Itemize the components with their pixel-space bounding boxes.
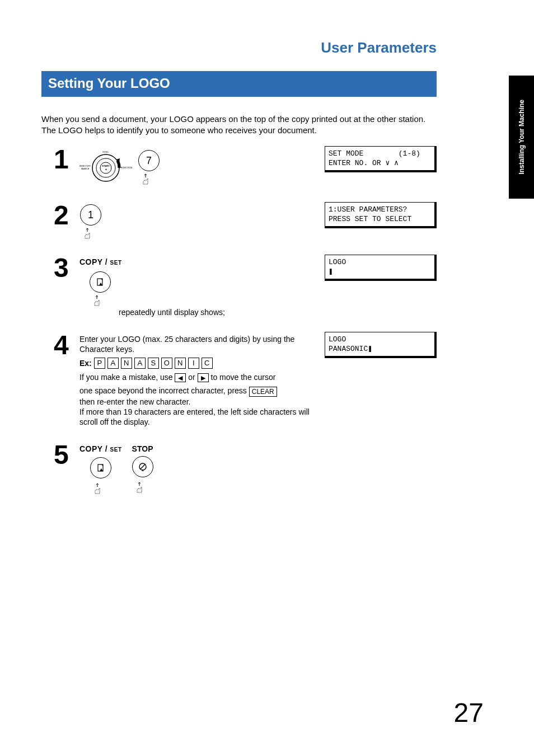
step-number: 5 — [41, 442, 79, 468]
section-heading: Setting Your LOGO — [41, 71, 437, 97]
set-text: SET — [110, 447, 122, 453]
lcd-wrap: SET MODE (1-8) ENTER NO. OR ∨ ∧ — [325, 146, 437, 172]
copyset-col: COPY / SET — [79, 444, 122, 495]
text-frag: If you make a mistake, use — [79, 373, 175, 382]
step-body: Enter your LOGO (max. 25 characters and … — [79, 332, 313, 427]
text-frag: to move the cursor — [211, 373, 276, 382]
step-2: 2 1 1:USER PARAMETERS? PRESS SET TO SELE… — [41, 202, 437, 240]
step-number: 1 — [41, 146, 79, 173]
key-1-label: 1 — [88, 210, 93, 220]
copy-text: COPY / — [79, 444, 107, 453]
dial-and-key: START ✦ SYNC. DIRECTORY SEARCH FUNCTION … — [79, 148, 313, 187]
step-1: 1 START ✦ SYNC. DIRECTORY SEARCH FUNCTIO… — [41, 146, 437, 187]
step-number: 3 — [41, 255, 79, 281]
press-icon — [136, 481, 149, 494]
side-tab: Installing Your Machine — [509, 76, 534, 199]
copyset-label: COPY / SET — [79, 444, 122, 455]
copyset-block: COPY / SET — [79, 257, 313, 317]
s4-line5: If more than 19 characters are entered, … — [79, 407, 313, 427]
press-icon — [84, 227, 97, 240]
step-body: 1 — [79, 202, 313, 240]
char-key: A — [107, 358, 119, 369]
s4-line1: Enter your LOGO (max. 25 characters and … — [79, 334, 313, 354]
page-title: User Parameters — [41, 39, 437, 57]
right-arrow-key: ▶ — [198, 373, 209, 382]
copy-text: COPY / — [79, 257, 107, 266]
svg-text:SYNC.: SYNC. — [102, 151, 109, 153]
svg-text:DIRECTORY: DIRECTORY — [79, 165, 91, 167]
lcd-display: 1:USER PARAMETERS? PRESS SET TO SELECT — [325, 202, 437, 228]
step-number: 2 — [41, 202, 79, 229]
lcd-wrap: LOGO ❚ — [325, 255, 437, 281]
char-key: N — [175, 358, 186, 369]
char-key: A — [134, 358, 146, 369]
svg-text:START: START — [102, 165, 110, 167]
content: User Parameters Setting Your LOGO When y… — [0, 0, 487, 495]
page-number: 27 — [454, 697, 484, 728]
key-7-label: 7 — [146, 156, 152, 166]
step-body: START ✦ SYNC. DIRECTORY SEARCH FUNCTION … — [79, 146, 313, 187]
svg-marker-12 — [99, 283, 102, 285]
press-icon — [94, 482, 107, 495]
intro-text: When you send a document, your LOGO appe… — [41, 114, 437, 136]
copyset-stop-row: COPY / SET — [79, 444, 313, 495]
document-icon — [96, 463, 105, 472]
svg-line-17 — [140, 464, 145, 469]
press-icon — [142, 172, 156, 186]
stop-button — [132, 456, 153, 477]
side-tab-label: Installing Your Machine — [518, 100, 526, 175]
lcd-display: SET MODE (1-8) ENTER NO. OR ∨ ∧ — [325, 146, 437, 172]
set-text: SET — [110, 260, 122, 266]
step-3: 3 COPY / SET — [41, 255, 437, 317]
document-icon — [96, 278, 105, 287]
steps-list: 1 START ✦ SYNC. DIRECTORY SEARCH FUNCTIO… — [41, 146, 437, 495]
copyset-button — [90, 457, 111, 478]
char-key: P — [94, 358, 105, 369]
ex-label: Ex: — [79, 358, 92, 368]
example-line: Ex: P A N A S O N I C — [79, 358, 313, 369]
key-1-stack: 1 — [79, 204, 102, 240]
text-frag: or — [188, 373, 197, 382]
key-7-stack: 7 — [138, 150, 160, 186]
svg-marker-15 — [100, 468, 103, 471]
stop-label: STOP — [132, 444, 153, 454]
step-number: 4 — [41, 332, 79, 359]
lcd-wrap: LOGO PANASONIC❚ — [325, 332, 437, 358]
copyset-label: COPY / SET — [79, 257, 122, 268]
s4-line3: one space beyond the incorrect character… — [79, 386, 313, 396]
char-key: I — [188, 358, 199, 369]
char-key: C — [202, 358, 213, 369]
key-7: 7 — [138, 150, 160, 171]
copyset-button — [90, 271, 111, 293]
left-arrow-key: ◀ — [175, 373, 186, 382]
s4-line2: If you make a mistake, use ◀ or ▶ to mov… — [79, 372, 313, 382]
step3-tail: repeatedly until display shows; — [119, 307, 225, 317]
text-frag: one space beyond the incorrect character… — [79, 386, 249, 395]
lcd-display: LOGO PANASONIC❚ — [325, 332, 437, 358]
stop-col: STOP — [132, 444, 153, 494]
stop-icon — [138, 462, 147, 471]
s4-line4: then re-enter the new character. — [79, 397, 313, 407]
char-key: O — [161, 358, 172, 369]
char-key: N — [121, 358, 132, 369]
press-icon — [93, 294, 107, 307]
step-5: 5 COPY / SET — [41, 442, 437, 495]
clear-key: CLEAR — [249, 387, 277, 397]
copyset-key-stack — [90, 271, 111, 307]
step-4: 4 Enter your LOGO (max. 25 characters an… — [41, 332, 437, 427]
lcd-display: LOGO ❚ — [325, 255, 437, 281]
step-body: COPY / SET — [79, 442, 313, 495]
svg-text:✦: ✦ — [105, 168, 107, 171]
function-dial-icon: START ✦ SYNC. DIRECTORY SEARCH FUNCTION — [79, 148, 133, 187]
key-1: 1 — [80, 204, 101, 226]
step-body: COPY / SET — [79, 255, 313, 317]
svg-text:SEARCH: SEARCH — [81, 168, 90, 170]
char-key: S — [148, 358, 159, 369]
svg-text:FUNCTION: FUNCTION — [121, 166, 133, 169]
lcd-wrap: 1:USER PARAMETERS? PRESS SET TO SELECT — [325, 202, 437, 228]
